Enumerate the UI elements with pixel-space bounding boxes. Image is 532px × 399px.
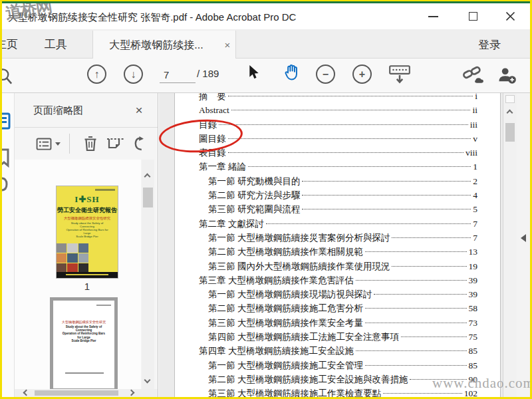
insert-pages-button[interactable]: [104, 128, 128, 160]
page-number-input[interactable]: [160, 66, 196, 83]
scroll-up-icon[interactable]: [144, 174, 151, 180]
toc-entry[interactable]: 第二節 大型橋墩鋼筋續接作業相關規範 13: [199, 245, 477, 259]
sign-in-button[interactable]: 登录: [478, 29, 501, 59]
scrollbar-thumb[interactable]: [143, 188, 153, 207]
attachments-pane-button[interactable]: [2, 174, 12, 194]
rotate-pages-button[interactable]: [130, 128, 149, 160]
toc-entry[interactable]: 第三節 國內外大型橋墩鋼筋續接作業使用現況 19: [199, 259, 477, 273]
toc-entry[interactable]: 第一節 研究動機與目的 2: [199, 174, 477, 188]
toc-entry[interactable]: 第一節 大型橋墩鋼筋續接現場訪視與探討 39: [199, 287, 477, 301]
toc-entry[interactable]: 第三節 研究範圍與流程 5: [199, 202, 477, 216]
toc-entry-title: 第二節 大型橋墩鋼筋續接施工危害分析: [208, 301, 363, 315]
select-tool-button[interactable]: [246, 64, 260, 82]
scrollbar-top-box: [505, 95, 515, 103]
chevron-down-icon: [55, 142, 61, 146]
cover-iosh-logo: I✚SH: [57, 194, 118, 205]
toc-entry[interactable]: 第一節 大型橋墩鋼筋續接施工安全管理 85: [199, 358, 477, 372]
scrollbar-thumb[interactable]: [35, 390, 118, 396]
tab-home[interactable]: 主页: [0, 29, 18, 59]
toc-entry[interactable]: 第一章 緒論 1: [199, 160, 477, 174]
toc-entry-page: 19: [469, 259, 478, 273]
toc-entry-page: 13: [469, 245, 478, 259]
tab-bar: 主页 工具 大型桥墩钢筋续接... × ? 登录: [2, 29, 530, 59]
minimize-button[interactable]: [418, 3, 448, 29]
toc-entry-page: 7: [473, 231, 477, 245]
panel-toolbar: [15, 128, 158, 160]
scroll-down-icon[interactable]: [144, 377, 151, 384]
thumbnail-page-1-label: 1: [57, 281, 118, 292]
toc-entry-page: ii: [472, 103, 477, 117]
thumbnail-page-1[interactable]: I✚SH 勞工安全衛生研究報告 大型橋墩鋼筋續接安全性研究 Study abou…: [57, 186, 118, 278]
toc-entry-title: 第三節 國內外大型橋墩鋼筋續接作業使用現況: [208, 259, 390, 273]
search-button[interactable]: [2, 65, 15, 88]
main-toolbar: ↑ ↓ / 189 − +: [2, 59, 530, 93]
toc-entry-page: iii: [470, 118, 477, 132]
hand-tool-button[interactable]: [283, 63, 301, 82]
scroll-left-icon[interactable]: [23, 390, 30, 396]
toc-entry[interactable]: 摘 要 i: [199, 93, 477, 103]
delete-pages-button[interactable]: [80, 128, 101, 160]
share-link-button[interactable]: [462, 65, 485, 85]
toc-entry[interactable]: 第四節 大型橋墩鋼筋續接工法施工安全注意事項 75: [199, 330, 477, 344]
toc-entry[interactable]: 表目錄 viii: [199, 146, 477, 160]
previous-page-button[interactable]: ↑: [87, 65, 106, 84]
toc-entry-page: 58: [469, 301, 478, 315]
dot-leader: [231, 110, 471, 110]
page-thumbnails-pane-button[interactable]: [2, 112, 12, 133]
page-thumbnails-icon: [2, 112, 12, 133]
page2-corner-mark: [96, 305, 111, 306]
toc-entry[interactable]: 第四章 大型橋墩鋼筋續接施工安全設施 85: [199, 344, 477, 358]
zoom-out-button[interactable]: −: [316, 65, 335, 84]
cover-footer-bar: [57, 272, 118, 278]
zoom-in-button[interactable]: +: [352, 65, 372, 84]
toc-entry[interactable]: 第二節 研究方法與步驟 4: [199, 188, 477, 202]
toc-entry[interactable]: 圖目錄 v: [199, 132, 477, 146]
document-vertical-scrollbar[interactable]: [503, 93, 517, 397]
page2-title: 大型橋墩鋼筋續接安全性研究: [58, 320, 110, 325]
toc-entry-title: Abstract: [199, 103, 229, 117]
tab-tools[interactable]: 工具: [45, 29, 67, 59]
toc-entry-page: i: [475, 93, 477, 103]
share-with-others-button[interactable]: [497, 65, 517, 85]
page2-footer-line: [65, 372, 104, 374]
tab-close-icon[interactable]: ×: [219, 31, 235, 59]
cover-subtitle: 大型橋墩鋼筋續接安全性研究: [60, 215, 115, 221]
scroll-right-icon[interactable]: [128, 390, 135, 396]
toc-entry[interactable]: 第二章 文獻探討 7: [199, 217, 477, 231]
toc-entry[interactable]: Abstract ii: [199, 103, 477, 117]
dot-leader: [228, 138, 471, 139]
toc-entry[interactable]: 第一節 大型橋墩鋼筋續接災害案例分析與探討 7: [199, 231, 477, 245]
frame-left: [0, 0, 2, 399]
toc-entry[interactable]: 第三章 大型橋墩鋼筋續接作業危害評估 39: [199, 273, 477, 287]
thumbnail-page-2[interactable]: 大型橋墩鋼筋續接安全性研究 Study about the Safety of …: [50, 297, 118, 389]
tab-document[interactable]: 大型桥墩钢筋续接... ×: [92, 31, 236, 59]
panel-horizontal-scrollbar[interactable]: [15, 389, 158, 397]
toc-entry-title: 第一節 大型橋墩鋼筋續接災害案例分析與探討: [208, 231, 390, 245]
scrollbar-thumb[interactable]: [505, 123, 515, 142]
page-display-button[interactable]: [388, 65, 412, 86]
page-display-icon: [388, 65, 412, 86]
panel-vertical-scrollbar[interactable]: [142, 160, 154, 389]
down-arrow-icon: ↓: [131, 68, 136, 80]
toc-entry[interactable]: 第二節 大型橋墩鋼筋續接施工危害分析 58: [199, 301, 477, 315]
close-button[interactable]: [495, 3, 525, 29]
panel-close-icon[interactable]: ×: [129, 93, 149, 128]
toc-entry-page: 39: [469, 287, 478, 301]
dot-leader: [383, 393, 462, 394]
toc-entry-title: 摘 要: [199, 93, 226, 103]
toc-entry-page: v: [473, 132, 477, 146]
thumbnail-options-button[interactable]: [35, 128, 61, 160]
toc-entry[interactable]: 目錄 iii: [199, 118, 477, 132]
dot-leader: [302, 209, 471, 209]
thumbnail-list: I✚SH 勞工安全衛生研究報告 大型橋墩鋼筋續接安全性研究 Study abou…: [15, 160, 141, 389]
maximize-button[interactable]: [458, 3, 487, 29]
link-cloud-icon: [462, 65, 485, 85]
site-url-watermark: www.chdao.com: [432, 375, 532, 392]
toc-entry[interactable]: 第三節 大型橋墩鋼筋續接作業安全考量 73: [199, 316, 477, 330]
scroll-up-icon[interactable]: [507, 110, 513, 116]
next-page-button[interactable]: ↓: [124, 65, 143, 84]
bookmarks-pane-button[interactable]: [2, 148, 12, 168]
collapse-tools-pane-arrow[interactable]: [521, 234, 526, 242]
dot-leader: [266, 223, 471, 224]
page-count-label: / 189: [197, 68, 219, 79]
